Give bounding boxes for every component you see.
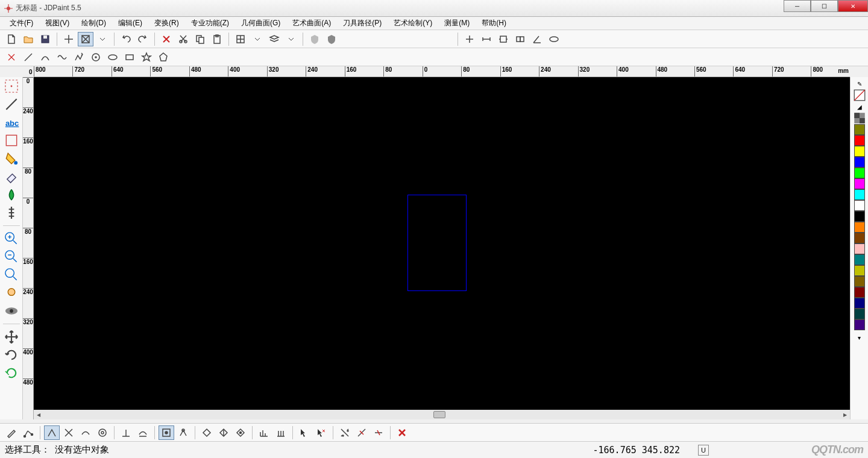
scroll-right-icon[interactable]: ▶ [840,410,850,419]
wave-icon[interactable] [54,50,70,64]
bt-curve-icon[interactable] [78,425,93,440]
menu-measure[interactable]: 测量(M) [439,17,474,30]
snap-box-icon[interactable] [512,32,528,46]
scroll-left-icon[interactable]: ◀ [34,410,43,419]
rotate-icon[interactable] [3,347,20,363]
bt-align2-icon[interactable] [273,425,289,440]
bt-snap-node-icon[interactable] [175,425,191,440]
minimize-button[interactable]: ─ [784,0,811,12]
horizontal-scrollbar[interactable]: ◀ ▶ [34,410,850,419]
bt-cut1-icon[interactable] [337,425,353,440]
zoom-in-icon[interactable] [3,231,20,246]
polyline-icon[interactable] [71,50,87,64]
layers-icon[interactable] [266,32,282,46]
bt-diamond2-icon[interactable] [216,425,231,440]
fill-tool-icon[interactable] [3,151,20,166]
drawn-rectangle[interactable] [407,195,467,291]
bt-delete-icon[interactable] [394,425,410,440]
color-swatch[interactable] [854,157,865,168]
frame-tool-icon[interactable] [3,133,20,148]
color-swatch[interactable] [854,265,865,276]
color-swatch[interactable] [854,189,865,200]
snap-width-icon[interactable] [479,32,494,46]
snap-cross-icon[interactable] [462,32,477,46]
menu-file[interactable]: 文件(F) [5,17,38,30]
zoom-fit-icon[interactable] [3,267,20,283]
save-file-icon[interactable] [37,32,53,46]
line-icon[interactable] [20,50,36,64]
bt-cut2-icon[interactable] [354,425,370,440]
open-file-icon[interactable] [20,32,36,46]
snap-ellipse-icon[interactable] [546,32,562,46]
menu-geosurface[interactable]: 几何曲面(G) [236,17,285,30]
menu-view[interactable]: 视图(V) [40,17,74,30]
menu-draw[interactable]: 绘制(D) [77,17,111,30]
canvas[interactable]: ◀ ▶ [34,77,850,419]
bt-tangent-icon[interactable] [135,425,151,440]
scroll-thumb[interactable] [433,411,445,418]
palette-dropdown-icon[interactable]: ▾ [854,332,866,343]
color-swatch[interactable] [854,222,865,233]
rectangle-icon[interactable] [122,50,137,64]
menu-help[interactable]: 帮助(H) [477,17,511,30]
color-swatch[interactable] [854,211,865,222]
palette-picker-icon[interactable]: ◢ [854,101,866,112]
star-icon[interactable] [139,50,154,64]
bt-node-icon[interactable] [20,425,36,440]
bt-smooth-icon[interactable] [61,425,77,440]
color-swatch[interactable] [854,276,865,287]
palette-no-icon[interactable] [854,90,866,101]
bt-diamond1-icon[interactable] [199,425,215,440]
color-swatch[interactable] [854,168,865,178]
color-swatch[interactable] [854,124,865,135]
color-swatch[interactable] [854,200,865,211]
grid-icon[interactable] [233,32,248,46]
status-u-button[interactable]: U [698,445,709,456]
color-swatch[interactable] [854,254,865,265]
dropdown-icon[interactable] [95,32,110,46]
menu-artdraw[interactable]: 艺术绘制(Y) [389,17,437,30]
menu-edit[interactable]: 编辑(E) [113,17,147,30]
shield1-icon[interactable] [307,32,322,46]
drop-tool-icon[interactable] [3,187,20,202]
color-swatch[interactable] [854,178,865,189]
polygon-icon[interactable] [156,50,171,64]
paste-icon[interactable] [209,32,225,46]
close-button[interactable]: ✕ [838,0,868,12]
color-swatch[interactable] [854,146,865,157]
color-swatch[interactable] [854,298,865,309]
select-box-icon[interactable] [78,32,93,46]
menu-toolpath[interactable]: 刀具路径(P) [338,17,386,30]
measure-tool-icon[interactable] [3,96,20,112]
snap-angle-icon[interactable] [529,32,545,46]
snap-rect-icon[interactable] [495,32,511,46]
bt-align1-icon[interactable] [256,425,272,440]
text-tool-icon[interactable]: abc [3,114,20,130]
zoom-out-icon[interactable] [3,249,20,265]
color-swatch[interactable] [854,135,865,146]
ruler-tool-icon[interactable] [3,205,20,221]
delete-icon[interactable] [159,32,174,46]
dropdown3-icon[interactable] [283,32,299,46]
bt-ring-icon[interactable] [95,425,110,440]
bt-perp-icon[interactable] [118,425,134,440]
color-swatch[interactable] [854,287,865,298]
palette-grid-icon[interactable] [854,113,866,124]
color-swatch[interactable] [854,243,865,254]
bt-arrow1-icon[interactable] [297,425,312,440]
undo-icon[interactable] [118,32,134,46]
light-icon[interactable] [3,285,20,301]
point-icon[interactable] [4,50,19,64]
bt-diamond3-icon[interactable] [233,425,248,440]
eye-icon[interactable] [3,303,20,319]
refresh-icon[interactable] [3,365,20,381]
color-swatch[interactable] [854,233,865,243]
select-tool-icon[interactable] [3,78,20,94]
cut-icon[interactable] [175,32,191,46]
maximize-button[interactable]: ☐ [811,0,838,12]
bt-corner-icon[interactable] [44,425,60,440]
bt-snap-grid-icon[interactable] [159,425,174,440]
bt-cut3-icon[interactable] [371,425,386,440]
dropdown2-icon[interactable] [250,32,265,46]
pencil-icon[interactable]: ✎ [854,78,866,89]
